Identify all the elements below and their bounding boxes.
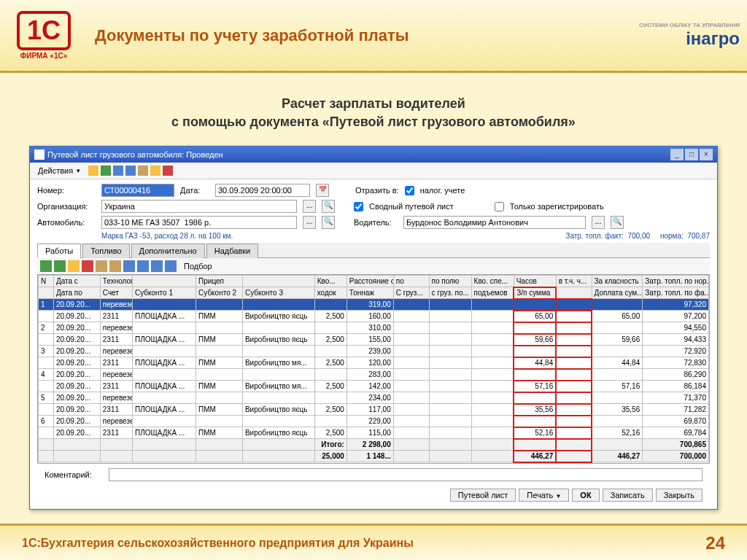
grid-icon-9[interactable] bbox=[151, 260, 163, 272]
delete-row-icon[interactable] bbox=[82, 260, 93, 272]
slide-title: Документы по учету заработной платы bbox=[80, 26, 639, 45]
col-header[interactable] bbox=[39, 287, 54, 299]
only-register-checkbox[interactable] bbox=[495, 202, 504, 211]
col-header[interactable]: Часов bbox=[514, 276, 556, 287]
col-header[interactable]: Тоннаж bbox=[347, 287, 393, 299]
car-pick-button[interactable]: ... bbox=[303, 216, 316, 229]
col-header[interactable]: С груз... bbox=[393, 287, 429, 299]
col-header[interactable]: За класность bbox=[592, 276, 643, 287]
table-row[interactable]: 20.09.20...2311ПЛОЩАДКА ...ПММВиробництв… bbox=[39, 427, 709, 439]
slide-header: 1С ФИРМА «1С» Документы по учету заработ… bbox=[0, 0, 747, 73]
table-row[interactable]: 20.09.20...2311ПЛОЩАДКА ...ПММВиробництв… bbox=[39, 357, 709, 369]
col-header[interactable]: подъемов bbox=[471, 287, 514, 299]
save-button[interactable]: Записать bbox=[603, 489, 653, 502]
tabs: Работы Топливо Дополнительно Надбавки bbox=[37, 243, 710, 258]
col-header[interactable]: З/п сумма bbox=[514, 287, 556, 299]
col-header[interactable]: Доплата сум... bbox=[592, 287, 643, 299]
totals-row: Итого:2 298,00700,865 bbox=[39, 439, 709, 451]
table-row[interactable]: 120.09.20...перевезення підстилки319,009… bbox=[39, 299, 709, 311]
toolbar-icon-1[interactable] bbox=[88, 166, 98, 176]
toolbar-icon-6[interactable] bbox=[150, 166, 160, 176]
tab-fuel[interactable]: Топливо bbox=[82, 244, 129, 258]
col-header[interactable]: ходок bbox=[314, 287, 347, 299]
org-search-icon[interactable]: 🔍 bbox=[322, 200, 335, 213]
col-header[interactable] bbox=[132, 276, 196, 287]
tab-allowances[interactable]: Надбавки bbox=[206, 244, 258, 258]
toolbar-icon-7[interactable] bbox=[163, 166, 173, 176]
col-header[interactable]: Прицеп bbox=[196, 276, 243, 287]
close-button[interactable]: × bbox=[700, 149, 713, 160]
close-window-button[interactable]: Закрыть bbox=[656, 489, 703, 502]
toolbar-icon-3[interactable] bbox=[113, 166, 123, 176]
move-up-icon[interactable] bbox=[123, 260, 135, 272]
col-header[interactable]: по полю bbox=[429, 276, 471, 287]
col-header[interactable]: Дата по bbox=[53, 287, 100, 299]
col-header[interactable]: Субконто 1 bbox=[132, 287, 196, 299]
org-input[interactable] bbox=[101, 200, 297, 213]
org-pick-button[interactable]: ... bbox=[303, 200, 316, 213]
copy-row-icon[interactable] bbox=[54, 260, 66, 272]
tax-checkbox[interactable] bbox=[405, 186, 414, 195]
button-row: Путевой лист Печать ▼ ОК Записать Закрыт… bbox=[37, 486, 710, 505]
tab-works[interactable]: Работы bbox=[37, 244, 81, 258]
table-row[interactable]: 220.09.20...перевезення підстилки310,009… bbox=[39, 322, 709, 334]
col-header[interactable]: Субконто 2 bbox=[196, 287, 243, 299]
maximize-button[interactable]: □ bbox=[685, 149, 698, 160]
table-row[interactable]: 20.09.20...2311ПЛОЩАДКА ...ПММВиробництв… bbox=[39, 311, 709, 322]
col-header[interactable]: по bbox=[393, 276, 429, 287]
car-search-icon[interactable]: 🔍 bbox=[322, 216, 335, 229]
app-window: Путевой лист грузового автомобиля: Прове… bbox=[29, 146, 718, 510]
col-header[interactable]: Дата с bbox=[53, 276, 100, 287]
print-button[interactable]: Печать ▼ bbox=[519, 489, 569, 502]
grid-icon-10[interactable] bbox=[165, 260, 177, 272]
toolbar-icon-2[interactable] bbox=[101, 166, 111, 176]
minimize-button[interactable]: _ bbox=[670, 149, 684, 160]
driver-pick-button[interactable]: ... bbox=[592, 216, 605, 229]
col-header[interactable]: Кво... bbox=[314, 276, 347, 287]
col-header[interactable]: Кво. спе... bbox=[471, 276, 514, 287]
data-grid[interactable]: NДата сТехнологическая операцияПрицепКво… bbox=[37, 274, 710, 464]
col-header[interactable]: Затр. топл. по нор... bbox=[643, 276, 709, 287]
table-row[interactable]: 20.09.20...2311ПЛОЩАДКА ...ПММВиробництв… bbox=[39, 381, 709, 392]
col-header[interactable] bbox=[242, 276, 314, 287]
driver-input[interactable] bbox=[403, 216, 586, 229]
table-row[interactable]: 620.09.20...перевезення підстилки229,006… bbox=[39, 416, 709, 427]
table-row[interactable]: 320.09.20...перевезення підстилки239,007… bbox=[39, 346, 709, 357]
calendar-icon[interactable]: 📅 bbox=[316, 184, 329, 197]
grid-icon-5[interactable] bbox=[96, 260, 107, 272]
comment-input[interactable] bbox=[109, 468, 703, 481]
table-row[interactable]: 20.09.20...2311ПЛОЩАДКА ...ПММВиробництв… bbox=[39, 404, 709, 416]
tab-additional[interactable]: Дополнительно bbox=[131, 244, 205, 258]
toolbar-icon-4[interactable] bbox=[125, 166, 136, 176]
number-input[interactable] bbox=[101, 184, 174, 197]
move-down-icon[interactable] bbox=[137, 260, 149, 272]
driver-search-icon[interactable]: 🔍 bbox=[611, 216, 624, 229]
window-titlebar[interactable]: Путевой лист грузового автомобиля: Прове… bbox=[30, 147, 717, 163]
summary-checkbox[interactable] bbox=[354, 202, 363, 211]
col-header[interactable]: Счет bbox=[100, 287, 132, 299]
slide-body: Расчет зарплаты водителей с помощью доку… bbox=[0, 73, 747, 524]
col-header[interactable]: Затр. топл. по фа... bbox=[643, 287, 709, 299]
table-row[interactable]: 420.09.20...перевезення підстилки283,008… bbox=[39, 369, 709, 381]
col-header[interactable]: Субконто 3 bbox=[242, 287, 314, 299]
col-header[interactable] bbox=[556, 287, 592, 299]
print-sheet-button[interactable]: Путевой лист bbox=[450, 489, 516, 502]
add-row-icon[interactable] bbox=[40, 260, 52, 272]
page-number: 24 bbox=[705, 533, 725, 553]
edit-row-icon[interactable] bbox=[68, 260, 80, 272]
col-header[interactable]: с груз. по... bbox=[429, 287, 471, 299]
date-input[interactable] bbox=[215, 184, 310, 197]
selection-button[interactable]: Подбор bbox=[179, 260, 217, 273]
toolbar-icon-5[interactable] bbox=[138, 166, 148, 176]
table-row[interactable]: 20.09.20...2311ПЛОЩАДКА ...ПММВиробництв… bbox=[39, 334, 709, 346]
col-header[interactable]: в т.ч. ч... bbox=[556, 276, 592, 287]
actions-menu[interactable]: Действия ▼ bbox=[33, 164, 86, 177]
col-header[interactable]: Технологическая операция bbox=[100, 276, 132, 287]
col-header[interactable]: Расстояние общ. bbox=[347, 276, 393, 287]
summary-label: Сводный путевой лист bbox=[369, 202, 454, 211]
grid-icon-6[interactable] bbox=[109, 260, 121, 272]
table-row[interactable]: 520.09.20...перевезення підстилки234,007… bbox=[39, 392, 709, 404]
car-input[interactable] bbox=[101, 216, 297, 229]
col-header[interactable]: N bbox=[39, 276, 54, 287]
ok-button[interactable]: ОК bbox=[572, 489, 599, 502]
